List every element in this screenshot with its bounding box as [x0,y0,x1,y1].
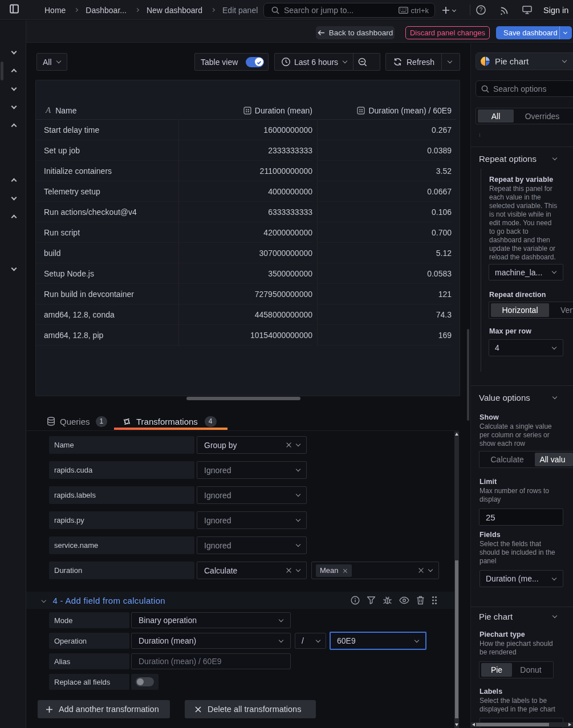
svg-text:?: ? [479,7,483,13]
